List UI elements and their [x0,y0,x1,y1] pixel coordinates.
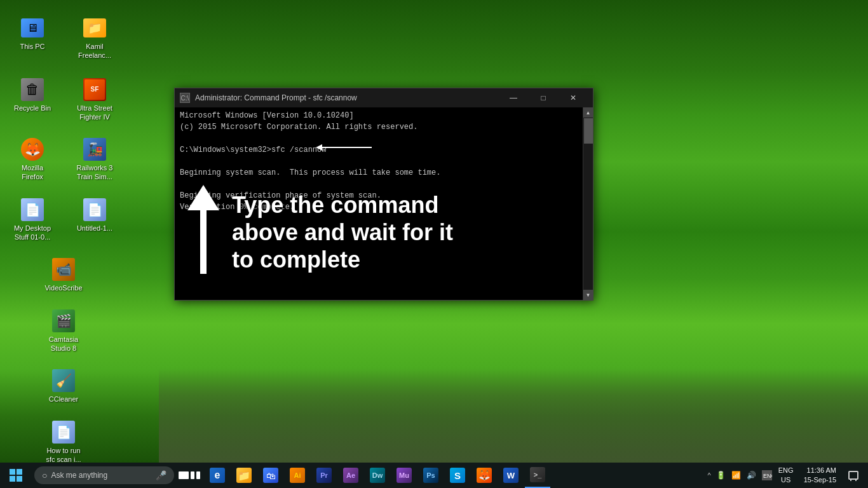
desktop-icon-label-recycle: Recycle Bin [14,104,51,112]
desktop-icon-label-untitled: Untitled-1... [77,224,112,233]
scrollbar-down-button[interactable]: ▼ [583,290,593,300]
windows-logo-icon [10,469,22,482]
desktop-icon-kamil[interactable]: 📁 KamilFreelanc... [69,13,120,63]
cmd-minimize-button[interactable]: — [499,88,528,107]
desktop-icon-label-firefox: MozillaFirefox [22,163,43,182]
svg-text:ENG: ENG [763,473,772,479]
taskbar-app-skype[interactable]: S [445,463,470,488]
desktop: 🖥 This PC 📁 KamilFreelanc... 🗑 Recycle B… [0,0,868,488]
desktop-icon-ccleaner[interactable]: 🧹 CCleaner [38,365,89,406]
start-button[interactable] [0,463,32,488]
dreamweaver-icon: Dw [370,468,385,483]
taskbar-clock[interactable]: 11:36 AM 15-Sep-15 [799,466,841,485]
taskbar-system-tray: ^ 🔋 📶 🔊 ENG ENG US 11:36 AM 15-Sep-15 [702,463,868,488]
cmd-content-text[interactable]: Microsoft Windows [Version 10.0.10240] (… [175,107,583,300]
store-icon: 🛍 [263,468,278,483]
desktop-icon-how-to-run[interactable]: 📄 How to runsfc scan i... [38,417,89,467]
edge-icon: e [210,468,225,483]
taskbar: ○ Ask me anything 🎤 e 📁 🛍 [0,463,868,488]
taskbar-language[interactable]: ENG US [776,466,796,485]
region-label: US [781,475,790,485]
desktop-icon-label-kamil: KamilFreelanc... [78,42,111,60]
taskbar-app-muse[interactable]: Mu [391,463,417,488]
skype-icon: S [450,468,465,483]
notification-icon [848,471,858,480]
desktop-icon-label-my-desktop: My DesktopStuff 01-0... [14,224,51,242]
search-icon: ○ [42,470,47,480]
desktop-icon-street-fighter[interactable]: SF Ultra StreetFighter IV [69,74,120,125]
taskbar-app-powershell[interactable]: >_ [525,463,550,488]
tray-battery-icon[interactable]: 🔋 [715,463,728,488]
desktop-icon-label-this-pc: This PC [20,42,44,51]
desktop-icon-my-desktop[interactable]: 📄 My DesktopStuff 01-0... [7,194,58,245]
file-explorer-icon: 📁 [236,468,252,483]
clock-date: 15-Sep-15 [804,475,836,485]
desktop-icon-label-sf: Ultra StreetFighter IV [77,104,112,122]
desktop-icon-recycle-bin[interactable]: 🗑 Recycle Bin [7,74,58,125]
task-view-icon [179,471,200,479]
taskbar-app-premiere[interactable]: Pr [311,463,337,488]
notification-center-button[interactable] [844,463,863,488]
taskbar-app-after-effects[interactable]: Ae [338,463,363,488]
desktop-icon-railworks[interactable]: 🚂 Railworks 3Train Sim... [69,134,120,184]
cmd-close-button[interactable]: ✕ [559,88,588,107]
illustrator-icon: Ai [290,468,305,483]
powershell-icon: >_ [530,467,545,482]
tray-volume-icon[interactable]: 🔊 [745,463,758,488]
desktop-icon-camtasia[interactable]: 🎬 CamtasiaStudio 8 [38,306,89,356]
taskbar-app-edge[interactable]: e [205,463,230,488]
cmd-body: Microsoft Windows [Version 10.0.10240] (… [175,107,593,300]
desktop-icon-label-railworks: Railworks 3Train Sim... [77,163,113,182]
road-overlay [159,367,868,463]
cmd-window: C:\ Administrator: Command Prompt - sfc … [174,88,593,301]
desktop-icon-label-how-to-run: How to runsfc scan i... [46,446,81,464]
desktop-icon-label-ccleaner: CCleaner [49,395,78,403]
word-icon: W [503,468,519,483]
taskbar-app-word[interactable]: W [498,463,524,488]
scrollbar-thumb[interactable] [584,118,593,144]
cmd-titlebar: C:\ Administrator: Command Prompt - sfc … [175,88,593,107]
search-text: Ask me anything [51,471,107,480]
desktop-icon-videoscribe[interactable]: 📹 VideoScribe [38,254,89,295]
cmd-window-icon: C:\ [180,93,190,103]
taskbar-apps: e 📁 🛍 Ai Pr Ae Dw [202,463,702,488]
taskbar-app-firefox[interactable]: 🦊 [471,463,497,488]
taskbar-app-explorer[interactable]: 📁 [231,463,257,488]
task-view-button[interactable] [177,463,202,488]
cmd-maximize-button[interactable]: □ [529,88,558,107]
desktop-icon-untitled[interactable]: 📄 Untitled-1... [69,194,120,245]
microphone-icon: 🎤 [156,470,166,480]
cmd-window-controls: — □ ✕ [499,88,588,107]
cmd-title: Administrator: Command Prompt - sfc /sca… [195,93,499,102]
muse-icon: Mu [397,468,412,483]
tray-ime-icon[interactable]: ENG [761,463,773,488]
tray-expand-button[interactable]: ^ [707,471,712,479]
premiere-icon: Pr [316,468,332,483]
taskbar-search[interactable]: ○ Ask me anything 🎤 [34,466,174,484]
taskbar-app-illustrator[interactable]: Ai [285,463,310,488]
arrow-line-graphic [321,147,372,148]
cmd-arrow-indicator [321,147,372,148]
taskbar-app-dreamweaver[interactable]: Dw [365,463,390,488]
desktop-icon-this-pc[interactable]: 🖥 This PC [7,13,58,63]
scrollbar-track [583,118,593,290]
after-effects-icon: Ae [343,468,358,483]
desktop-icon-label-camtasia: CamtasiaStudio 8 [49,335,78,353]
taskbar-app-photoshop[interactable]: Ps [418,463,444,488]
taskbar-app-store[interactable]: 🛍 [258,463,283,488]
cmd-scrollbar[interactable]: ▲ ▼ [583,107,593,300]
photoshop-icon: Ps [423,468,438,483]
desktop-icon-firefox[interactable]: 🦊 MozillaFirefox [7,134,58,184]
tray-network-icon[interactable]: 📶 [730,463,743,488]
desktop-icons-area: 🖥 This PC 📁 KamilFreelanc... 🗑 Recycle B… [0,0,127,464]
firefox-taskbar-icon: 🦊 [477,468,492,483]
scrollbar-up-button[interactable]: ▲ [583,107,593,118]
language-label: ENG [778,466,794,475]
clock-time: 11:36 AM [807,466,836,475]
desktop-icon-label-videoscribe: VideoScribe [44,283,82,292]
